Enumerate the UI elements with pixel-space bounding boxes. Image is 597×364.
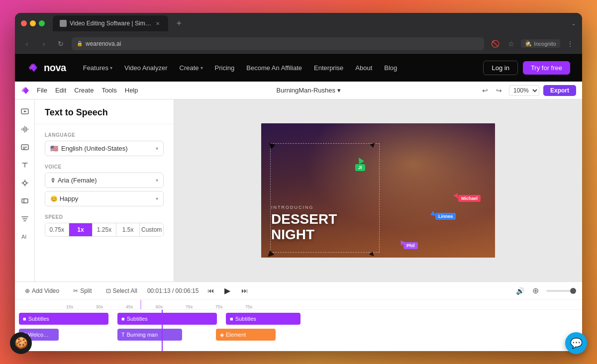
tts-header: Text to Speech — [35, 99, 174, 124]
svg-rect-7 — [24, 199, 28, 203]
speed-label: SPEED — [45, 214, 164, 220]
back-button[interactable]: ‹ — [21, 38, 33, 50]
incognito-label: Incognito — [534, 41, 556, 47]
split-button[interactable]: ✂ Split — [69, 285, 96, 296]
nav-item-become-affiliate[interactable]: Become An Affiliate — [241, 61, 307, 75]
new-tab-button[interactable]: + — [172, 16, 186, 30]
add-video-button[interactable]: ⊕ Add Video — [21, 285, 63, 296]
language-label: LANGUAGE — [45, 132, 164, 138]
app-nav: nova Features ▾ Video Analyzer Create ▾ … — [15, 54, 582, 82]
forward-button[interactable]: › — [38, 38, 50, 50]
subtitles-clip-3[interactable]: ■Subtitles — [226, 313, 300, 325]
nav-item-pricing[interactable]: Pricing — [210, 61, 240, 75]
text-clip-2[interactable]: TBurning man — [117, 329, 182, 341]
menu-create[interactable]: Create — [74, 87, 94, 94]
tts-body: LANGUAGE 🇺🇸English (United-States) ▾ VOI… — [35, 124, 174, 245]
chevron-down-icon: ▾ — [156, 196, 158, 201]
voice-label: VOICE — [45, 164, 164, 170]
tab-close-button[interactable]: ✕ — [154, 20, 161, 27]
sidebar-text-button[interactable] — [17, 157, 33, 173]
element-clip[interactable]: ◈Element — [216, 329, 276, 341]
project-title-area[interactable]: BurningMan-Rushes ▾ — [142, 87, 475, 94]
text-track: TWelco… TBurning man ◈Element — [19, 328, 578, 342]
menu-help[interactable]: Help — [125, 87, 138, 94]
sidebar-ai-button[interactable]: AI — [17, 229, 33, 245]
zoom-select[interactable]: 100% 75% 50% — [509, 85, 539, 96]
url-bar[interactable]: 🔒 wearenova.ai — [72, 37, 484, 50]
browser-tab[interactable]: Video Editing Software | Sim… ✕ — [53, 15, 168, 31]
refresh-button[interactable]: ↻ — [55, 38, 67, 50]
sidebar-subtitles-button[interactable] — [17, 139, 33, 155]
volume-button[interactable]: 🔊 — [516, 287, 524, 295]
try-free-button[interactable]: Try for free — [523, 61, 570, 75]
introducing-text: INTRODUCING — [271, 205, 337, 210]
chat-button[interactable]: 💬 — [565, 332, 587, 354]
voice-select[interactable]: 🎙 Aria (Female) ▾ — [45, 173, 164, 188]
speed-075x[interactable]: 0.75x — [45, 223, 69, 236]
tab-dropdown-button[interactable]: ⌄ — [571, 20, 576, 27]
zoom-slider[interactable] — [546, 290, 576, 292]
menu-file[interactable]: File — [37, 87, 47, 94]
speed-section: SPEED 0.75x 1x 1.25x 1.5x Custom — [45, 214, 164, 237]
speed-1x[interactable]: 1x — [69, 223, 93, 236]
subtitles-clip-1[interactable]: ■Subtitles — [19, 313, 108, 325]
select-icon: ⊡ — [106, 287, 111, 294]
speed-custom[interactable]: Custom — [140, 223, 163, 236]
tab-bar: Video Editing Software | Sim… ✕ + ⌄ — [15, 13, 582, 34]
nav-right: Log in Try for free — [483, 61, 570, 75]
nav-item-enterprise[interactable]: Enterprise — [309, 61, 348, 75]
tts-title: Text to Speech — [45, 107, 164, 118]
speed-15x[interactable]: 1.5x — [116, 223, 140, 236]
chevron-down-icon: ▾ — [200, 65, 203, 71]
close-window-button[interactable] — [21, 20, 27, 26]
incognito-badge: 🕵 Incognito — [521, 39, 560, 48]
subtitles-track: ■Subtitles ■Subtitles ■Subtitles — [19, 312, 578, 326]
tab-favicon — [60, 20, 67, 27]
editor-actions: ↩ ↪ 100% 75% 50% Export — [479, 85, 576, 96]
bookmark-icon[interactable]: ☆ — [505, 38, 517, 50]
zoom-add-button[interactable]: ⊕ — [530, 286, 540, 296]
editor-wrapper: File Edit Create Tools Help BurningMan-R… — [15, 82, 582, 351]
sidebar-overlays-button[interactable] — [17, 193, 33, 209]
nav-item-create[interactable]: Create ▾ — [175, 61, 208, 75]
sidebar-filters-button[interactable] — [17, 211, 33, 227]
chevron-down-icon: ▾ — [156, 146, 158, 151]
speed-125x[interactable]: 1.25x — [93, 223, 116, 236]
sidebar-elements-button[interactable] — [17, 175, 33, 191]
timeline-ruler: 15s 30s 45s 60s 75s 75s 75s — [15, 300, 582, 310]
nav-item-features[interactable]: Features ▾ — [78, 61, 117, 75]
subtitles-clip-2[interactable]: ■Subtitles — [117, 313, 217, 325]
voice-mood-select[interactable]: 😊 Happy ▾ — [45, 191, 164, 206]
maximize-window-button[interactable] — [39, 20, 45, 26]
tab-title: Video Editing Software | Sim… — [70, 20, 151, 27]
editor-main: AI Text to Speech LANGUAGE 🇺🇸English (Un… — [15, 99, 582, 281]
menu-tools[interactable]: Tools — [101, 87, 116, 94]
minimize-window-button[interactable] — [30, 20, 36, 26]
redo-button[interactable]: ↪ — [493, 85, 505, 96]
video-text-overlay: INTRODUCING DESSERT NIGHT — [271, 205, 337, 243]
timeline-time: 00:01:13 / 00:06:15 — [147, 287, 199, 294]
preview-area: ▶ ▶ ▶ ▶ Jl Michael — [174, 99, 582, 281]
sidebar-media-button[interactable] — [17, 103, 33, 119]
play-button[interactable]: ▶ — [220, 284, 234, 298]
svg-point-5 — [23, 182, 26, 184]
skip-forward-button[interactable]: ⏭ — [238, 285, 250, 297]
sidebar-audio-button[interactable] — [17, 121, 33, 137]
cursor-phil: Phil — [399, 241, 404, 246]
nav-item-blog[interactable]: Blog — [379, 61, 402, 75]
cookie-button[interactable]: 🍪 — [10, 332, 32, 354]
undo-button[interactable]: ↩ — [479, 85, 491, 96]
select-all-button[interactable]: ⊡ Select All — [102, 285, 141, 296]
nav-item-video-analyzer[interactable]: Video Analyzer — [119, 61, 173, 75]
export-button[interactable]: Export — [543, 85, 576, 96]
language-select[interactable]: 🇺🇸English (United-States) ▾ — [45, 141, 164, 156]
cursor-linnea: Linnea — [431, 212, 436, 217]
nav-item-about[interactable]: About — [350, 61, 377, 75]
login-button[interactable]: Log in — [483, 61, 517, 75]
logo-area[interactable]: nova — [27, 61, 66, 75]
menu-edit[interactable]: Edit — [55, 87, 66, 94]
video-preview: ▶ ▶ ▶ ▶ Jl Michael — [261, 123, 495, 258]
menu-icon[interactable]: ⋮ — [564, 38, 576, 50]
skip-back-button[interactable]: ⏮ — [204, 285, 216, 297]
browser-window: Video Editing Software | Sim… ✕ + ⌄ ‹ › … — [15, 13, 582, 351]
